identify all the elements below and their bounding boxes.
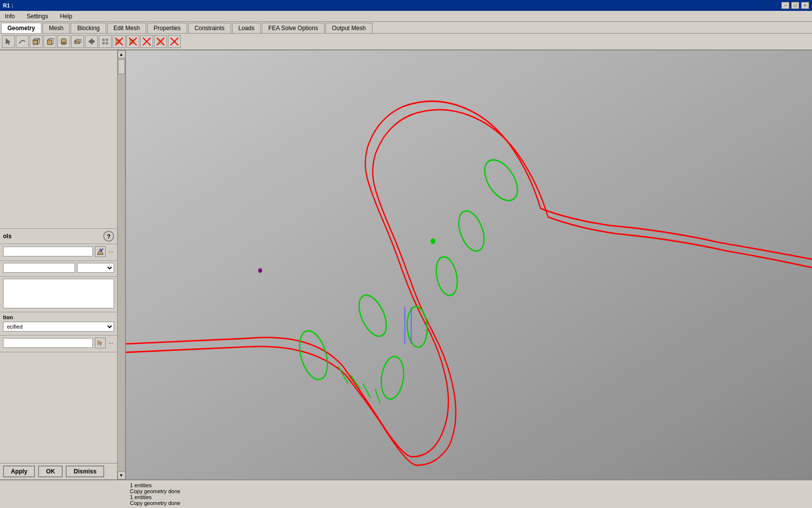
panel-dots-2[interactable]: ··· bbox=[108, 339, 114, 347]
tool-cut1[interactable] bbox=[113, 35, 125, 48]
tool-cut4[interactable] bbox=[154, 35, 167, 48]
panel-textarea[interactable] bbox=[3, 279, 114, 308]
app-title: R1 : bbox=[3, 2, 13, 8]
scroll-up-button[interactable]: ▲ bbox=[118, 50, 125, 58]
tools-section-label: ols bbox=[3, 233, 11, 240]
ok-button[interactable]: OK bbox=[38, 466, 63, 477]
tool-cut5[interactable] bbox=[168, 35, 181, 48]
svg-point-4 bbox=[61, 42, 66, 44]
close-button[interactable]: × bbox=[801, 2, 809, 9]
panel-icon-1[interactable] bbox=[95, 246, 106, 257]
svg-point-29 bbox=[258, 268, 262, 273]
secondary-toolbar bbox=[0, 34, 812, 49]
menu-info[interactable]: Info bbox=[2, 12, 18, 21]
main-layout: ols ? ··· bbox=[0, 50, 812, 479]
tab-blocking[interactable]: Blocking bbox=[71, 23, 106, 33]
toolbar-area: Geometry Mesh Blocking Edit Mesh Propert… bbox=[0, 22, 812, 50]
log-line-1: 1 entities bbox=[130, 482, 808, 488]
tool-cube[interactable] bbox=[43, 35, 56, 48]
tab-constraints[interactable]: Constraints bbox=[188, 23, 231, 33]
scroll-thumb[interactable] bbox=[118, 59, 125, 74]
panel-dropdown-specified[interactable]: ecified Not specified bbox=[3, 322, 114, 332]
panel-input-3[interactable] bbox=[3, 338, 93, 348]
log-line-3: 1 entities bbox=[130, 494, 808, 500]
title-bar: R1 : – □ × bbox=[0, 0, 812, 11]
viewport-svg bbox=[126, 50, 812, 479]
tool-cursor[interactable] bbox=[2, 35, 15, 48]
tool-cut3[interactable] bbox=[140, 35, 153, 48]
menu-settings[interactable]: Settings bbox=[24, 12, 51, 21]
panel-dropdown-1[interactable] bbox=[77, 263, 114, 273]
tab-bar: Geometry Mesh Blocking Edit Mesh Propert… bbox=[0, 22, 812, 34]
window-controls: – □ × bbox=[781, 2, 809, 9]
tool-cylinder[interactable] bbox=[57, 35, 70, 48]
input-section-1: ··· bbox=[0, 244, 117, 261]
left-bottom-buttons: Apply OK Dismiss bbox=[0, 463, 125, 479]
dismiss-button[interactable]: Dismiss bbox=[66, 466, 104, 477]
panel-input-2[interactable] bbox=[3, 263, 75, 273]
textarea-section bbox=[0, 277, 117, 312]
panel-scrollbar: ▲ ▼ bbox=[117, 50, 125, 479]
tool-dots[interactable] bbox=[99, 35, 112, 48]
svg-rect-1 bbox=[47, 40, 52, 44]
panel-input-1[interactable] bbox=[3, 247, 93, 256]
svg-marker-8 bbox=[88, 39, 94, 44]
tool-arrow-left[interactable] bbox=[85, 35, 98, 48]
input-section-2 bbox=[0, 261, 117, 277]
svg-point-30 bbox=[431, 238, 436, 244]
tab-edit-mesh[interactable]: Edit Mesh bbox=[107, 23, 146, 33]
left-panel: ols ? ··· bbox=[0, 50, 126, 479]
apply-button[interactable]: Apply bbox=[3, 466, 35, 477]
scroll-track[interactable] bbox=[118, 58, 125, 471]
panel-cursor-icon[interactable] bbox=[95, 338, 106, 348]
tool-cut2[interactable] bbox=[126, 35, 139, 48]
log-line-4: Copy geometry done bbox=[130, 500, 808, 506]
menu-help[interactable]: Help bbox=[57, 12, 75, 21]
minimize-button[interactable]: – bbox=[781, 2, 789, 9]
tab-geometry[interactable]: Geometry bbox=[1, 23, 41, 33]
log-line-2: Copy geometry done bbox=[130, 488, 808, 494]
tab-fea-solve[interactable]: FEA Solve Options bbox=[262, 23, 325, 33]
bottom-area: 1 entities Copy geometry done 1 entities… bbox=[0, 479, 812, 508]
svg-rect-12 bbox=[106, 42, 108, 44]
tab-loads[interactable]: Loads bbox=[232, 23, 261, 33]
tool-box3d[interactable] bbox=[30, 35, 42, 48]
svg-rect-0 bbox=[33, 40, 38, 44]
svg-rect-11 bbox=[102, 42, 105, 44]
direction-label: tion bbox=[3, 314, 114, 320]
tool-slab[interactable] bbox=[71, 35, 84, 48]
tab-output-mesh[interactable]: Output Mesh bbox=[325, 23, 372, 33]
maximize-button[interactable]: □ bbox=[791, 2, 799, 9]
viewport[interactable]: A bbox=[126, 50, 812, 479]
menu-bar: Info Settings Help bbox=[0, 11, 812, 22]
panel-dots-1[interactable]: ··· bbox=[108, 248, 114, 255]
svg-rect-10 bbox=[106, 39, 108, 41]
scroll-down-button[interactable]: ▼ bbox=[118, 471, 125, 479]
tab-mesh[interactable]: Mesh bbox=[42, 23, 70, 33]
tool-curve[interactable] bbox=[16, 35, 29, 48]
svg-rect-9 bbox=[102, 39, 105, 41]
input-section-3: ··· bbox=[0, 336, 117, 352]
log-content: 1 entities Copy geometry done 1 entities… bbox=[126, 480, 812, 508]
tab-properties[interactable]: Properties bbox=[147, 23, 187, 33]
help-icon[interactable]: ? bbox=[103, 231, 114, 242]
direction-section: tion ecified Not specified bbox=[0, 312, 117, 336]
